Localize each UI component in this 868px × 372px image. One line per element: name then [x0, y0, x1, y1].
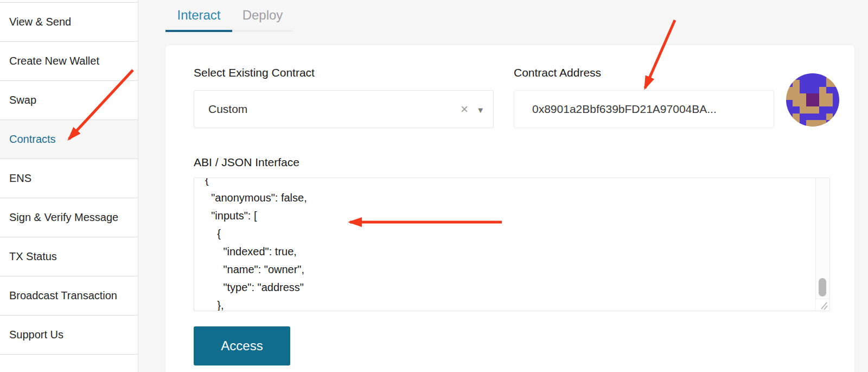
sidebar-item-label: View & Send	[9, 16, 71, 28]
textarea-resize-handle[interactable]	[815, 299, 829, 311]
address-identicon-avatar	[786, 73, 839, 127]
tab-inactive-track	[232, 30, 293, 32]
sidebar-item-label: Broadcast Transaction	[9, 289, 117, 302]
abi-scrollbar-track[interactable]	[815, 178, 829, 299]
tab-deploy[interactable]: Deploy	[232, 0, 293, 30]
contract-address-input[interactable]	[514, 90, 774, 128]
chevron-down-icon[interactable]: ▼	[476, 105, 484, 115]
sidebar-item-label: Contracts	[9, 133, 56, 146]
abi-textarea-wrap: [ { "anonymous": false, "inputs": [ { "i…	[194, 178, 830, 311]
existing-contract-value: Custom	[194, 103, 247, 116]
sidebar-item-contracts[interactable]: Contracts	[0, 119, 138, 159]
sidebar-item-label: Create New Wallet	[9, 55, 99, 67]
sidebar-item-tx-status[interactable]: TX Status	[0, 237, 138, 276]
sidebar-item-label: Support Us	[9, 329, 63, 341]
sidebar-item-label: TX Status	[9, 250, 57, 263]
sidebar: View & Send Create New Wallet Swap Contr…	[0, 0, 138, 372]
tab-active-indicator	[165, 30, 232, 32]
contract-address-label: Contract Address	[514, 66, 601, 79]
sidebar-item-swap[interactable]: Swap	[0, 80, 138, 119]
sidebar-item-label: ENS	[9, 172, 31, 185]
clear-icon[interactable]: ×	[461, 103, 468, 116]
sidebar-item-create-new-wallet[interactable]: Create New Wallet	[0, 41, 138, 80]
existing-contract-dropdown[interactable]: Custom × ▼	[194, 90, 494, 128]
sidebar-item-view-send[interactable]: View & Send	[0, 2, 138, 41]
abi-scrollbar-thumb[interactable]	[819, 278, 826, 297]
abi-json-textarea[interactable]: [ { "anonymous": false, "inputs": [ { "i…	[194, 178, 829, 311]
sidebar-item-sign-verify-message[interactable]: Sign & Verify Message	[0, 198, 138, 237]
sidebar-item-partial	[0, 354, 138, 372]
tab-interact[interactable]: Interact	[165, 0, 232, 30]
sidebar-item-ens[interactable]: ENS	[0, 159, 138, 198]
sidebar-item-support-us[interactable]: Support Us	[0, 315, 138, 354]
select-existing-contract-label: Select Existing Contract	[194, 66, 315, 79]
tab-bar: Interact Deploy	[165, 0, 293, 32]
abi-json-interface-label: ABI / JSON Interface	[194, 156, 299, 169]
tab-underline	[165, 30, 293, 32]
access-button[interactable]: Access	[194, 326, 290, 365]
sidebar-item-label: Swap	[9, 94, 36, 106]
contract-interact-card: Select Existing Contract Custom × ▼ Cont…	[165, 45, 854, 372]
sidebar-item-label: Sign & Verify Message	[9, 211, 118, 224]
sidebar-item-broadcast-transaction[interactable]: Broadcast Transaction	[0, 276, 138, 315]
